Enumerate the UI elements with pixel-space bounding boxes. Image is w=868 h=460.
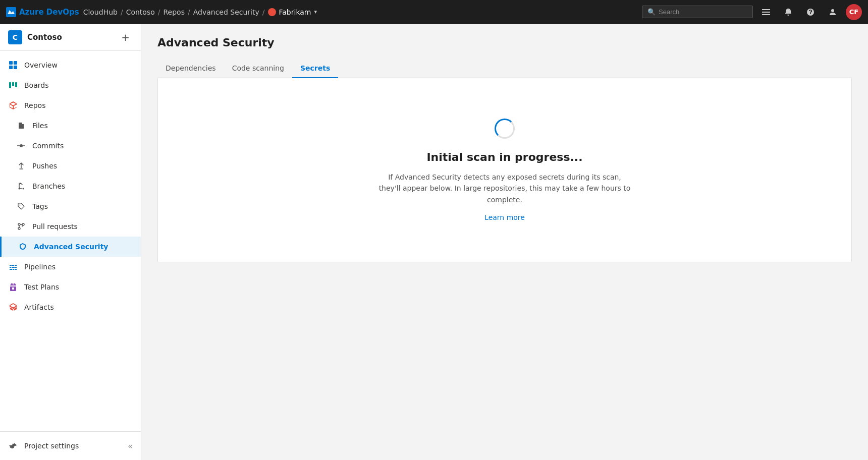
sidebar-item-overview[interactable]: Overview <box>0 55 141 75</box>
repo-name: Fabrikam <box>279 8 311 16</box>
svg-rect-10 <box>12 82 14 86</box>
sidebar-label-pipelines: Pipelines <box>24 263 56 271</box>
svg-point-17 <box>20 205 21 206</box>
repo-selector[interactable]: Fabrikam ▾ <box>268 8 317 16</box>
scan-progress-card: Initial scan in progress... If Advanced … <box>157 78 852 262</box>
sidebar-label-boards: Boards <box>24 81 48 89</box>
sidebar-label-files: Files <box>32 122 48 130</box>
scan-description: If Advanced Security detects any exposed… <box>378 171 631 205</box>
svg-rect-11 <box>15 82 17 87</box>
tabs: Dependencies Code scanning Secrets <box>157 59 852 78</box>
pushes-icon <box>16 161 26 171</box>
main-content: Advanced Security Dependencies Code scan… <box>141 24 868 460</box>
search-box[interactable]: 🔍 <box>642 6 753 18</box>
testplans-icon <box>8 282 18 292</box>
artifacts-icon <box>8 302 18 312</box>
sidebar-item-project-settings[interactable]: Project settings « <box>0 436 141 456</box>
avatar[interactable]: CF <box>846 4 862 20</box>
sidebar-label-tags: Tags <box>32 202 48 210</box>
tab-dependencies[interactable]: Dependencies <box>157 59 224 78</box>
svg-rect-4 <box>762 14 770 15</box>
sidebar-item-artifacts[interactable]: Artifacts <box>0 297 141 317</box>
topnav-right: 🔍 CF <box>642 3 862 21</box>
settings-icon <box>8 441 18 451</box>
sidebar-nav: Overview Boards Repos F <box>0 51 141 431</box>
brand-label: Azure DevOps <box>19 8 79 17</box>
tab-code-scanning[interactable]: Code scanning <box>224 59 292 78</box>
pipelines-icon <box>8 262 18 272</box>
org-name: Contoso <box>27 33 113 42</box>
sidebar-label-project-settings: Project settings <box>24 442 79 450</box>
sidebar-item-testplans[interactable]: Test Plans <box>0 277 141 297</box>
svg-rect-8 <box>14 66 17 69</box>
app-body: C Contoso + Overview Boards <box>0 24 868 460</box>
repo-icon <box>268 8 276 16</box>
pullrequests-icon <box>16 221 26 232</box>
svg-rect-9 <box>9 82 11 88</box>
add-project-icon[interactable]: + <box>118 30 133 44</box>
topnav: Azure DevOps CloudHub / Contoso / Repos … <box>0 0 868 24</box>
help-button[interactable] <box>801 3 820 21</box>
sidebar-label-branches: Branches <box>32 182 65 190</box>
sidebar-label-advanced-security: Advanced Security <box>34 243 108 251</box>
azure-devops-logo[interactable]: Azure DevOps <box>6 7 79 17</box>
tab-secrets[interactable]: Secrets <box>292 59 338 78</box>
sidebar-item-pullrequests[interactable]: Pull requests <box>0 216 141 237</box>
breadcrumb: CloudHub / Contoso / Repos / Advanced Se… <box>83 8 317 16</box>
sidebar-item-pushes[interactable]: Pushes <box>0 156 141 176</box>
sidebar-label-commits: Commits <box>32 142 64 150</box>
overview-icon <box>8 60 18 70</box>
breadcrumb-repos[interactable]: Repos <box>164 8 185 16</box>
search-input[interactable] <box>659 8 747 16</box>
sidebar-item-repos[interactable]: Repos <box>0 95 141 116</box>
search-icon: 🔍 <box>647 8 656 16</box>
sidebar-item-commits[interactable]: Commits <box>0 136 141 156</box>
sidebar-label-pushes: Pushes <box>32 162 57 170</box>
page-title: Advanced Security <box>157 36 852 49</box>
tags-icon <box>16 201 26 211</box>
files-icon <box>16 121 26 131</box>
sidebar-bottom: Project settings « <box>0 431 141 460</box>
svg-rect-6 <box>14 61 17 65</box>
commits-icon <box>16 141 26 151</box>
breadcrumb-contoso[interactable]: Contoso <box>126 8 155 16</box>
sidebar-item-branches[interactable]: Branches <box>0 176 141 196</box>
svg-point-15 <box>19 188 20 190</box>
sidebar-label-artifacts: Artifacts <box>24 303 54 311</box>
sidebar-item-files[interactable]: Files <box>0 116 141 136</box>
repos-icon <box>8 100 18 110</box>
org-header[interactable]: C Contoso + <box>0 24 141 51</box>
scan-title: Initial scan in progress... <box>426 151 582 163</box>
svg-rect-7 <box>9 66 13 69</box>
svg-point-16 <box>23 188 24 190</box>
sidebar-label-overview: Overview <box>24 61 58 69</box>
learn-more-link[interactable]: Learn more <box>484 213 525 221</box>
breadcrumb-cloudhub[interactable]: CloudHub <box>83 8 118 16</box>
advanced-security-icon <box>18 242 28 252</box>
svg-rect-2 <box>762 9 770 10</box>
sidebar: C Contoso + Overview Boards <box>0 24 141 460</box>
notifications-button[interactable] <box>779 3 797 21</box>
sidebar-item-tags[interactable]: Tags <box>0 196 141 216</box>
account-button[interactable] <box>824 3 842 21</box>
branches-icon <box>16 181 26 191</box>
sidebar-label-testplans: Test Plans <box>24 283 59 291</box>
collapse-icon[interactable]: « <box>128 441 133 451</box>
svg-rect-5 <box>9 61 13 65</box>
sidebar-item-pipelines[interactable]: Pipelines <box>0 257 141 277</box>
svg-point-1 <box>269 10 275 15</box>
svg-rect-3 <box>762 12 770 13</box>
breadcrumb-advanced-security[interactable]: Advanced Security <box>193 8 259 16</box>
org-icon: C <box>8 30 22 44</box>
menu-icon-button[interactable] <box>757 3 775 21</box>
chevron-down-icon: ▾ <box>314 9 317 15</box>
loading-spinner <box>495 119 515 139</box>
sidebar-label-repos: Repos <box>24 101 45 109</box>
sidebar-item-advanced-security[interactable]: Advanced Security <box>0 237 141 257</box>
loading-spinner-container <box>495 119 515 139</box>
sidebar-label-pullrequests: Pull requests <box>32 222 78 231</box>
sidebar-item-boards[interactable]: Boards <box>0 75 141 95</box>
boards-icon <box>8 80 18 90</box>
svg-point-12 <box>20 144 23 147</box>
